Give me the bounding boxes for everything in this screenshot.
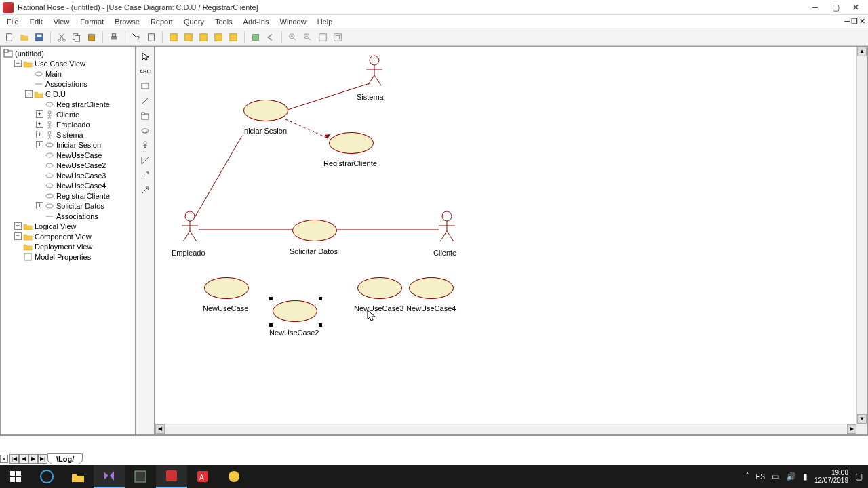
fit-window-button[interactable] [316,30,330,44]
dependency-tool[interactable] [138,169,153,182]
view-doc-button[interactable] [144,30,158,44]
tree-empleado[interactable]: +Empleado [2,119,134,129]
generalization-tool[interactable] [138,184,153,197]
menu-query[interactable]: Query [180,16,208,27]
taskbar-app1[interactable] [125,465,156,488]
selection-handle[interactable] [269,323,273,327]
undo-fit-button[interactable] [331,30,344,44]
tree-solicitar[interactable]: +Solicitar Datos [2,201,134,211]
browse-class-button[interactable] [167,30,180,44]
taskbar-explorer[interactable] [62,465,94,488]
browse-interaction-button[interactable] [182,30,195,44]
actor-cliente[interactable] [437,211,457,245]
mdi-restore-button[interactable]: ❐ [851,17,858,26]
close-button[interactable]: ✕ [846,1,865,14]
taskbar-vs[interactable] [94,465,125,488]
actor-tool[interactable] [138,139,153,152]
expand-icon[interactable]: + [36,202,43,209]
taskbar-rose[interactable] [156,465,187,488]
expand-icon[interactable]: + [36,110,43,118]
tray-clock[interactable]: 19:08 12/07/2019 [814,469,848,484]
log-tab[interactable]: \Log/ [47,453,83,464]
usecase-nuc2[interactable] [273,300,317,322]
zoom-in-button[interactable] [286,30,300,44]
selection-handle[interactable] [269,297,273,300]
pointer-tool[interactable] [138,49,153,63]
usecase-iniciar[interactable] [243,100,288,121]
tree-main[interactable]: Main [2,68,134,79]
diagram-canvas[interactable]: Sistema Iniciar Sesion RegistrarCliente … [155,46,868,435]
tree-usecaseview[interactable]: −Use Case View [2,58,134,68]
collapse-icon[interactable]: − [14,60,22,67]
text-tool[interactable]: ABC [138,64,153,78]
menu-browse[interactable]: Browse [111,16,144,27]
tree-nuc2[interactable]: NewUseCase2 [2,160,134,170]
tree-logical[interactable]: +Logical View [2,221,134,231]
print-button[interactable] [107,30,121,44]
menu-edit[interactable]: Edit [26,16,47,27]
tree-component[interactable]: +Component View [2,231,134,241]
usecase-nuc3[interactable] [357,277,402,299]
selection-handle[interactable] [319,323,322,327]
zoom-out-button[interactable] [301,30,315,44]
browse-state-button[interactable] [212,30,225,44]
actor-empleado[interactable] [180,211,200,245]
tree-sistema[interactable]: +Sistema [2,129,134,140]
log-nav-prev[interactable]: ◀ [19,454,28,464]
expand-icon[interactable]: + [36,131,43,138]
anchor-tool[interactable] [138,94,153,108]
tree-pane[interactable]: (untitled) −Use Case View Main Associati… [0,46,136,435]
context-help-button[interactable]: ? [130,30,143,44]
tray-battery-icon[interactable]: ▮ [803,472,808,481]
maximize-button[interactable]: ▢ [826,1,845,14]
menu-report[interactable]: Report [146,16,177,27]
start-button[interactable] [0,465,31,488]
mdi-minimize-button[interactable]: ─ [844,17,850,26]
browse-parent-button[interactable] [249,30,262,44]
taskbar-app2[interactable] [218,465,250,488]
tree-root[interactable]: (untitled) [2,48,134,58]
menu-tools[interactable]: Tools [211,16,237,27]
expand-icon[interactable]: + [14,222,22,230]
paste-button[interactable] [85,30,98,44]
menu-help[interactable]: Help [313,16,337,27]
tray-notifications-icon[interactable]: ▢ [855,472,863,481]
tree-associations[interactable]: Associations [2,79,134,89]
save-button[interactable] [33,30,46,44]
tray-language[interactable]: ES [756,473,765,481]
menu-file[interactable]: File [3,16,23,27]
menu-view[interactable]: View [50,16,74,27]
taskbar-edge[interactable] [31,465,62,488]
tray-chevron-icon[interactable]: ˄ [745,472,749,481]
usecase-nuc4[interactable] [409,277,454,299]
package-tool[interactable] [138,109,153,123]
tree-registrar[interactable]: RegistrarCliente [2,99,134,109]
expand-icon[interactable]: + [36,121,43,128]
tree-cliente[interactable]: +Cliente [2,109,134,119]
tray-network-icon[interactable]: ▭ [772,472,779,481]
minimize-button[interactable]: ─ [806,1,825,14]
menu-window[interactable]: Window [276,16,311,27]
association-tool[interactable] [138,154,153,167]
mdi-close-button[interactable]: ✕ [859,17,865,26]
horizontal-scrollbar[interactable]: ◀▶ [155,424,856,434]
expand-icon[interactable]: + [36,141,43,148]
tray-volume-icon[interactable]: 🔊 [786,472,796,481]
log-nav-last[interactable]: ▶| [38,454,47,464]
tree-associations2[interactable]: Associations [2,211,134,221]
collapse-icon[interactable]: − [25,90,33,98]
browse-deployment-button[interactable] [226,30,240,44]
tree-nuc4[interactable]: NewUseCase4 [2,180,134,190]
taskbar-acrobat[interactable]: A [187,465,218,488]
tree-registrar2[interactable]: RegistrarCliente [2,190,134,201]
copy-button[interactable] [70,30,83,44]
expand-icon[interactable]: + [14,232,22,240]
tree-nuc[interactable]: NewUseCase [2,150,134,160]
tree-deployment[interactable]: Deployment View [2,241,134,251]
menu-format[interactable]: Format [76,16,108,27]
vertical-scrollbar[interactable]: ▲▼ [856,47,867,424]
menu-addins[interactable]: Add-Ins [239,16,273,27]
new-button[interactable] [3,30,16,44]
open-button[interactable] [18,30,31,44]
actor-sistema[interactable] [364,55,384,89]
